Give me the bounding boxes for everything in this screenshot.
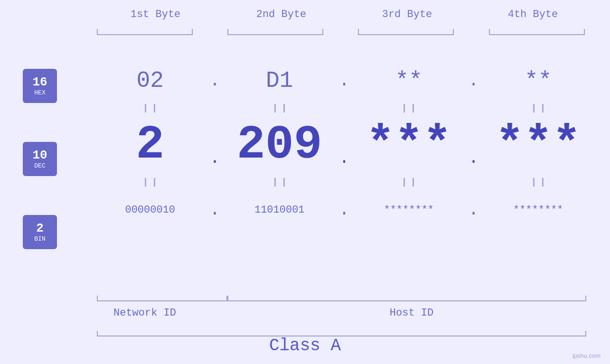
dec-badge-number: 10 bbox=[32, 149, 47, 162]
bin-row: 00000010 . 11010001 . ******** . *******… bbox=[93, 191, 596, 229]
dot-bin-2: . bbox=[337, 200, 351, 220]
tick-4a bbox=[489, 29, 490, 35]
eq-bar-5a bbox=[145, 178, 146, 187]
network-bracket-line bbox=[97, 300, 227, 301]
dec-badge: 10 DEC bbox=[23, 142, 57, 176]
values-grid: 02 . D1 . ** . ** bbox=[93, 62, 596, 229]
network-id-label: Network ID bbox=[97, 307, 193, 319]
eq-bar-7a bbox=[404, 178, 405, 187]
eq-5 bbox=[93, 178, 208, 187]
host-tick-right bbox=[585, 296, 586, 301]
dec-b2: 209 bbox=[222, 121, 338, 169]
bin-b1: 00000010 bbox=[93, 204, 208, 216]
hex-badge: 16 HEX bbox=[23, 69, 57, 103]
host-tick-left bbox=[227, 296, 228, 301]
byte1-header: 1st Byte bbox=[93, 9, 218, 20]
host-bracket-line bbox=[227, 300, 586, 301]
byte2-header: 2nd Byte bbox=[218, 9, 344, 20]
watermark: ipshu.com bbox=[572, 352, 601, 359]
eq-1 bbox=[93, 104, 208, 112]
eq-bar-2b bbox=[283, 104, 285, 112]
byte-headers: 1st Byte 2nd Byte 3rd Byte 4th Byte bbox=[93, 9, 596, 20]
dec-b4: *** bbox=[481, 121, 596, 169]
byte3-header: 3rd Byte bbox=[344, 9, 470, 20]
dot-hex-3: . bbox=[467, 71, 481, 91]
tick-2b bbox=[322, 29, 323, 35]
bin-badge: 2 BIN bbox=[23, 215, 57, 249]
eq-4 bbox=[481, 104, 596, 112]
eq-8 bbox=[481, 178, 596, 187]
tick-1b bbox=[192, 29, 193, 35]
tick-2a bbox=[227, 29, 228, 35]
equals-row-2 bbox=[93, 174, 596, 191]
eq-7 bbox=[351, 178, 467, 187]
bracket-line-3 bbox=[358, 34, 454, 35]
hex-badge-number: 16 bbox=[32, 75, 47, 89]
dot-dec-1: . bbox=[208, 149, 222, 174]
eq-6 bbox=[222, 178, 338, 187]
dec-b1: 2 bbox=[93, 121, 208, 169]
hex-badge-label: HEX bbox=[34, 89, 45, 96]
eq-bar-7b bbox=[413, 178, 414, 187]
eq-bar-2a bbox=[274, 104, 276, 112]
dot-bin-1: . bbox=[208, 200, 222, 220]
hex-b2: D1 bbox=[222, 68, 338, 93]
bin-b2: 11010001 bbox=[222, 204, 338, 216]
tick-1a bbox=[97, 29, 98, 35]
eq-bar-8b bbox=[542, 178, 544, 187]
dot-dec-2: . bbox=[337, 149, 351, 174]
tick-3a bbox=[358, 29, 359, 35]
class-a-label: Class A bbox=[0, 336, 610, 355]
hex-b4: ** bbox=[481, 68, 596, 93]
tick-4b bbox=[584, 29, 585, 35]
dec-row: 2 . 209 . *** . *** bbox=[93, 117, 596, 174]
eq-bar-1b bbox=[154, 104, 155, 112]
tick-3b bbox=[453, 29, 454, 35]
network-tick-left bbox=[97, 296, 98, 301]
bracket-line-1 bbox=[97, 34, 193, 35]
main-container: 1st Byte 2nd Byte 3rd Byte 4th Byte 16 H… bbox=[0, 0, 610, 364]
dot-dec-3: . bbox=[467, 149, 481, 174]
byte4-header: 4th Byte bbox=[470, 9, 596, 20]
bracket-line-4 bbox=[489, 34, 585, 35]
eq-bar-3b bbox=[413, 104, 414, 112]
base-badges: 16 HEX 10 DEC 2 BIN bbox=[23, 69, 57, 249]
eq-2 bbox=[222, 104, 338, 112]
bin-b4: ******** bbox=[481, 204, 596, 216]
hex-row: 02 . D1 . ** . ** bbox=[93, 62, 596, 100]
eq-bar-3a bbox=[404, 104, 405, 112]
dot-hex-2: . bbox=[337, 71, 351, 91]
dec-b3: *** bbox=[351, 121, 467, 169]
bin-b3: ******** bbox=[351, 204, 467, 216]
dec-badge-label: DEC bbox=[34, 162, 45, 169]
eq-bar-6a bbox=[274, 178, 276, 187]
eq-bar-5b bbox=[154, 178, 155, 187]
eq-3 bbox=[351, 104, 467, 112]
bracket-line-2 bbox=[227, 34, 323, 35]
eq-bar-1a bbox=[145, 104, 146, 112]
eq-bar-4b bbox=[542, 104, 544, 112]
eq-bar-4a bbox=[533, 104, 535, 112]
hex-b1: 02 bbox=[93, 68, 208, 93]
bin-badge-label: BIN bbox=[34, 235, 45, 243]
equals-row-1 bbox=[93, 100, 596, 117]
eq-bar-8a bbox=[533, 178, 535, 187]
host-id-label: Host ID bbox=[227, 307, 596, 319]
dot-hex-1: . bbox=[208, 71, 222, 91]
dot-bin-3: . bbox=[467, 200, 481, 220]
hex-b3: ** bbox=[351, 68, 467, 93]
bin-badge-number: 2 bbox=[36, 222, 44, 235]
eq-bar-6b bbox=[283, 178, 285, 187]
